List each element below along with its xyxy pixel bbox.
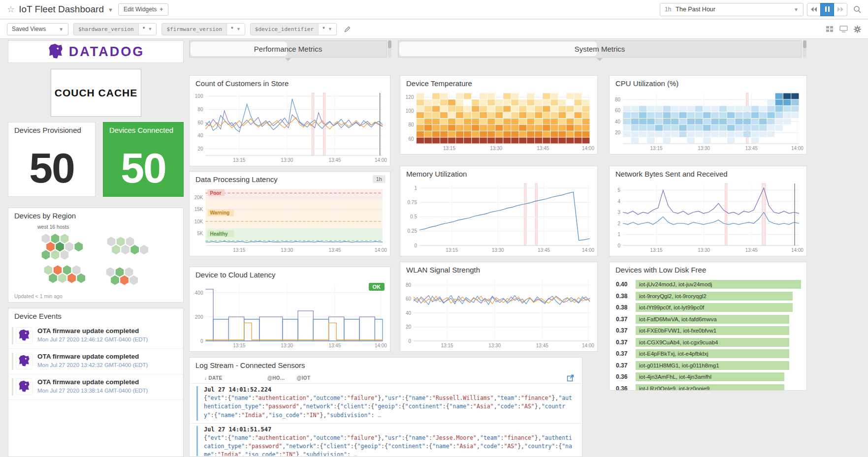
host-hexagon[interactable] bbox=[49, 273, 58, 283]
open-in-log-explorer-icon[interactable] bbox=[567, 374, 574, 382]
log-column-host[interactable]: @HO... bbox=[267, 375, 285, 381]
log-row[interactable]: Jul 27 14:01:51.547 {"evt":{"name":"auth… bbox=[190, 423, 581, 456]
log-row[interactable]: Jul 27 14:01:52.224 {"evt":{"name":"auth… bbox=[190, 383, 581, 423]
toplist-bar[interactable]: iot-lYt99pc0f, iot-lyt99pc0f bbox=[636, 303, 793, 312]
event-row[interactable]: OTA firmware update completed Mon Jul 27… bbox=[9, 349, 183, 374]
toplist-bar[interactable]: iot-E4pFBkTxj, iot-e4pfbktxj bbox=[636, 349, 789, 358]
group-header-system-metrics[interactable]: System Metrics bbox=[398, 40, 802, 58]
host-hexagon[interactable] bbox=[111, 275, 120, 285]
host-hexagon[interactable] bbox=[63, 265, 71, 275]
host-hexagon[interactable] bbox=[77, 273, 86, 283]
host-hexagon[interactable] bbox=[130, 244, 139, 254]
saved-views-label: Saved Views bbox=[12, 26, 46, 32]
host-hexagon[interactable] bbox=[125, 267, 133, 277]
toplist-row[interactable]: 0.36 iot-4jn3AmFhL, iot-4jn3amfhl bbox=[615, 372, 801, 382]
template-variable-hardware-version[interactable]: $hardware_version *▼ bbox=[73, 23, 157, 35]
host-hexagon[interactable] bbox=[116, 237, 125, 246]
pause-button[interactable] bbox=[820, 3, 834, 16]
group-scrollbar[interactable] bbox=[388, 40, 391, 58]
image-text: COUCH CACHE bbox=[55, 87, 138, 99]
toplist-row[interactable]: 0.37 iot-CGX9CuAb4, iot-cgx9cuab4 bbox=[615, 337, 801, 347]
host-hexagon[interactable] bbox=[58, 273, 67, 283]
brand-name: DATADOG bbox=[69, 44, 144, 60]
group-scrollbar[interactable] bbox=[803, 40, 806, 58]
host-hexagon[interactable] bbox=[56, 242, 64, 251]
toplist-bar[interactable]: iot-9roryQgl2, iot-9roryqgl2 bbox=[636, 292, 793, 301]
svg-text:0.75: 0.75 bbox=[408, 200, 418, 205]
timeseries-chart[interactable]: 01234513:1513:3013:4514:00 bbox=[610, 181, 806, 254]
group-header-performance-metrics[interactable]: Performance Metrics bbox=[189, 40, 387, 58]
host-hexagon[interactable] bbox=[41, 250, 50, 260]
host-hexagon[interactable] bbox=[129, 275, 138, 285]
host-hexagon[interactable] bbox=[106, 267, 115, 277]
host-hexagon[interactable] bbox=[126, 237, 134, 246]
template-variable-device-identifier[interactable]: $device_identifier *▼ bbox=[250, 23, 337, 35]
host-hexagon[interactable] bbox=[74, 242, 83, 251]
template-variable-firmware-version[interactable]: $firmware_version *▼ bbox=[161, 23, 245, 35]
toplist-bar[interactable]: iot-LRz0OpIe9, iot-lrz0opie9 bbox=[636, 384, 784, 391]
dashboard-title-dropdown-icon[interactable]: ▼ bbox=[108, 7, 113, 13]
toplist-bar[interactable]: iot-FafD6MwVA, iot-fafd6mwva bbox=[636, 315, 789, 324]
toplist-bar[interactable]: iot-4jn3AmFhL, iot-4jn3amfhl bbox=[636, 372, 784, 381]
timeseries-chart[interactable]: 2040608010013:1513:3013:4514:00 bbox=[190, 90, 389, 164]
toplist-row[interactable]: 0.36 iot-LRz0OpIe9, iot-lrz0opie9 bbox=[615, 383, 801, 391]
host-hexagon[interactable] bbox=[65, 242, 74, 251]
host-hexagon[interactable] bbox=[140, 244, 149, 254]
timeseries-chart[interactable]: 020040013:1513:3013:4514:00 bbox=[190, 281, 389, 350]
time-range-picker[interactable]: 1h The Past Hour ▼ bbox=[660, 3, 804, 16]
time-forward-button[interactable] bbox=[834, 3, 847, 16]
host-hexagon[interactable] bbox=[112, 244, 121, 254]
toplist-bar[interactable]: iot-FXE0bFVW1, iot-fxe0bfvw1 bbox=[636, 326, 789, 335]
host-hexagon[interactable] bbox=[115, 267, 124, 277]
heatmap-chart[interactable]: 608010012013:1513:3013:4514:00 bbox=[401, 90, 597, 152]
toplist-bar[interactable]: iot-jUv24modJ, iot-juv24modj bbox=[636, 280, 801, 289]
host-hexagon[interactable] bbox=[51, 234, 60, 244]
host-hexagon[interactable] bbox=[46, 242, 55, 251]
host-hexagon[interactable] bbox=[107, 237, 116, 246]
svg-text:40: 40 bbox=[406, 310, 412, 316]
edit-variables-pencil-icon[interactable] bbox=[344, 26, 351, 33]
host-hexagon[interactable] bbox=[67, 273, 76, 283]
log-column-date[interactable]: ↓DATE bbox=[204, 375, 267, 381]
favorite-star-icon[interactable]: ☆ bbox=[7, 4, 15, 15]
host-hexagon[interactable] bbox=[121, 244, 130, 254]
svg-text:13:45: 13:45 bbox=[328, 343, 341, 348]
tv-screen-icon[interactable] bbox=[839, 26, 848, 32]
host-hexagon[interactable] bbox=[41, 234, 50, 244]
toplist-row[interactable]: 0.37 iot-g011H8MG1, iot-g011h8mg1 bbox=[615, 360, 801, 370]
svg-text:60: 60 bbox=[197, 120, 203, 125]
toplist-row[interactable]: 0.38 iot-lYt99pc0f, iot-lyt99pc0f bbox=[615, 303, 801, 313]
group-title: Performance Metrics bbox=[254, 45, 322, 53]
host-hexagon[interactable] bbox=[72, 265, 81, 275]
toplist-row[interactable]: 0.37 iot-FXE0bFVW1, iot-fxe0bfvw1 bbox=[615, 326, 801, 336]
toplist-row[interactable]: 0.37 iot-FafD6MwVA, iot-fafd6mwva bbox=[615, 314, 801, 324]
host-hexagon[interactable] bbox=[51, 250, 60, 260]
toplist-row[interactable]: 0.38 iot-9roryQgl2, iot-9roryqgl2 bbox=[615, 291, 801, 301]
saved-views-dropdown[interactable]: Saved Views ▼ bbox=[7, 23, 68, 35]
svg-text:13:30: 13:30 bbox=[698, 146, 710, 151]
grid-icon[interactable] bbox=[826, 26, 834, 32]
host-hexagon[interactable] bbox=[120, 275, 129, 285]
toplist-bar[interactable]: iot-CGX9CuAb4, iot-cgx9cuab4 bbox=[636, 338, 789, 347]
event-avatar bbox=[16, 378, 32, 395]
heatmap-chart[interactable]: 2040608013:1513:3013:4514:00 bbox=[610, 90, 806, 152]
host-hexagon[interactable] bbox=[60, 250, 69, 260]
timeseries-chart[interactable]: 5K10K15K20K13:1513:3013:4514:00PoorWarni… bbox=[190, 186, 389, 254]
log-column-iot[interactable]: @IOT bbox=[297, 375, 311, 381]
timeseries-chart[interactable]: 00.250.50.75113:1513:3013:4514:00 bbox=[401, 181, 597, 254]
host-hexagon[interactable] bbox=[60, 234, 69, 244]
event-row[interactable]: OTA firmware update completed Mon Jul 27… bbox=[9, 374, 183, 400]
toplist-row[interactable]: 0.37 iot-E4pFBkTxj, iot-e4pfbktxj bbox=[615, 349, 801, 359]
host-hexagon[interactable] bbox=[44, 265, 53, 275]
host-hexagon[interactable] bbox=[53, 265, 62, 275]
toplist-row[interactable]: 0.40 iot-jUv24modJ, iot-juv24modj bbox=[615, 279, 801, 290]
host-hexagon-map[interactable]: west 16 hosts bbox=[9, 222, 183, 291]
edit-widgets-button[interactable]: Edit Widgets + bbox=[118, 3, 168, 16]
time-backward-button[interactable] bbox=[807, 3, 821, 16]
event-row[interactable]: OTA firmware update completed Mon Jul 27… bbox=[9, 323, 183, 349]
timeseries-chart[interactable]: 02040608013:1513:3013:4514:00 bbox=[401, 276, 597, 350]
svg-text:100: 100 bbox=[406, 108, 414, 114]
toplist-bar[interactable]: iot-g011H8MG1, iot-g011h8mg1 bbox=[636, 361, 789, 370]
gear-icon[interactable] bbox=[854, 26, 861, 33]
magnifier-icon[interactable] bbox=[853, 5, 861, 13]
